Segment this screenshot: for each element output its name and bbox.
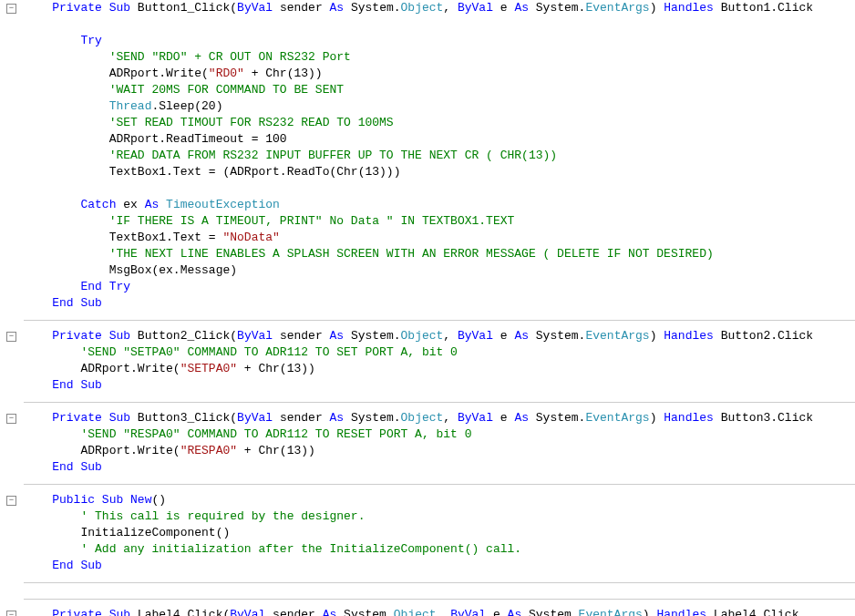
- code-line[interactable]: TextBox1.Text = "NoData": [24, 230, 855, 246]
- code-line[interactable]: Private Sub Button1_Click(ByVal sender A…: [24, 0, 855, 16]
- code-line[interactable]: ADRport.Write("RD0" + Chr(13)): [24, 66, 855, 82]
- code-line[interactable]: End Sub: [24, 295, 855, 312]
- code-line[interactable]: 'IF THERE IS A TIMEOUT, PRINT" No Data "…: [24, 213, 855, 230]
- code-editor[interactable]: −−−−− Private Sub Button1_Click(ByVal se…: [0, 0, 855, 616]
- code-line[interactable]: 'THE NEXT LINE ENABLES A SPLASH SCREEN W…: [24, 246, 855, 262]
- code-line[interactable]: [24, 16, 855, 33]
- code-line[interactable]: End Try: [24, 279, 855, 295]
- code-line[interactable]: ADRport.Write("RESPA0" + Chr(13)): [24, 443, 855, 459]
- code-area[interactable]: Private Sub Button1_Click(ByVal sender A…: [20, 0, 855, 616]
- code-line[interactable]: 'SEND "RDO" + CR OUT ON RS232 Port: [24, 49, 855, 66]
- fold-toggle-icon[interactable]: −: [6, 496, 16, 506]
- code-line[interactable]: TextBox1.Text = (ADRport.ReadTo(Chr(13))…: [24, 164, 855, 180]
- code-line[interactable]: End Sub: [24, 558, 855, 574]
- code-line[interactable]: 'SEND "SETPA0" COMMAND TO ADR112 TO SET …: [24, 344, 855, 361]
- fold-toggle-icon[interactable]: −: [6, 332, 16, 342]
- code-line[interactable]: ' This call is required by the designer.: [24, 508, 855, 525]
- code-line[interactable]: 'SEND "RESPA0" COMMAND TO ADR112 TO RESE…: [24, 426, 855, 443]
- method-separator: [24, 574, 855, 590]
- code-line[interactable]: 'READ DATA FROM RS232 INPUT BUFFER UP TO…: [24, 148, 855, 164]
- code-line[interactable]: Private Sub Button2_Click(ByVal sender A…: [24, 328, 855, 344]
- code-line[interactable]: 'SET READ TIMOUT FOR RS232 READ TO 100MS: [24, 115, 855, 131]
- code-line[interactable]: MsgBox(ex.Message): [24, 262, 855, 279]
- method-separator: [24, 312, 855, 328]
- code-line[interactable]: Catch ex As TimeoutException: [24, 197, 855, 213]
- fold-toggle-icon[interactable]: −: [6, 4, 16, 14]
- code-line[interactable]: Thread.Sleep(20): [24, 98, 855, 115]
- code-line[interactable]: Private Sub Label4_Click(ByVal sender As…: [24, 607, 855, 616]
- fold-toggle-icon[interactable]: −: [6, 611, 16, 617]
- method-separator: [24, 394, 855, 410]
- code-line[interactable]: Try: [24, 33, 855, 49]
- code-line[interactable]: InitializeComponent(): [24, 525, 855, 541]
- method-separator: [24, 590, 855, 607]
- fold-gutter: −−−−−: [0, 0, 20, 616]
- code-line[interactable]: [24, 180, 855, 197]
- code-line[interactable]: ADRport.ReadTimeout = 100: [24, 131, 855, 148]
- code-line[interactable]: 'WAIT 20MS FOR COMMAND TO BE SENT: [24, 82, 855, 98]
- code-line[interactable]: ADRport.Write("SETPA0" + Chr(13)): [24, 361, 855, 377]
- fold-toggle-icon[interactable]: −: [6, 414, 16, 424]
- code-line[interactable]: Public Sub New(): [24, 492, 855, 508]
- code-line[interactable]: Private Sub Button3_Click(ByVal sender A…: [24, 410, 855, 426]
- code-line[interactable]: End Sub: [24, 377, 855, 394]
- code-line[interactable]: End Sub: [24, 459, 855, 476]
- method-separator: [24, 476, 855, 492]
- code-line[interactable]: ' Add any initialization after the Initi…: [24, 541, 855, 558]
